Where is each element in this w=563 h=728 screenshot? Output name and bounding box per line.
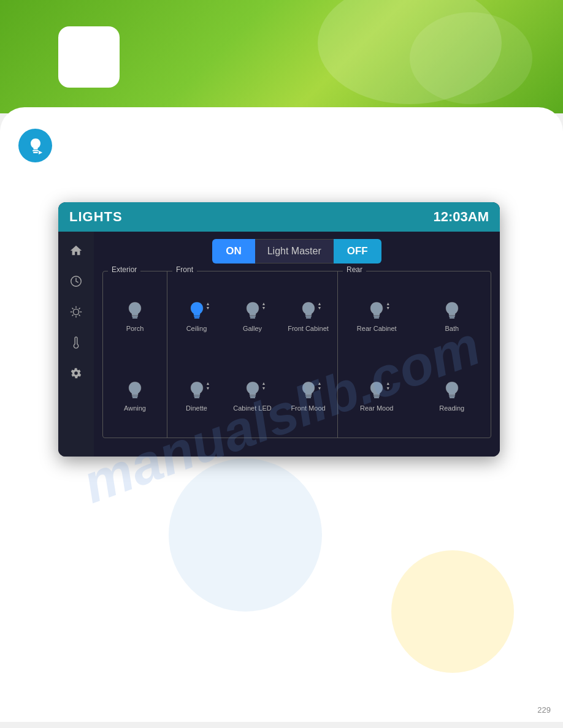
front-mood-label: Front Mood — [291, 404, 325, 412]
svg-line-18 — [79, 314, 80, 316]
svg-rect-21 — [132, 316, 138, 317]
rear-grid: ▲▼ Rear Cabinet — [338, 271, 491, 438]
exterior-zone: Exterior — [103, 271, 167, 438]
nav-settings[interactable] — [63, 360, 89, 386]
screen-time: 12:03AM — [434, 209, 489, 225]
svg-rect-22 — [132, 317, 137, 318]
svg-rect-43 — [449, 396, 455, 397]
front-grid: ▲▼ Ceiling — [167, 271, 337, 438]
content-area: ON Light Master OFF Exterior — [58, 232, 500, 457]
svg-rect-27 — [250, 316, 256, 317]
top-bar: LIGHTS 12:03AM — [58, 202, 500, 232]
rear-mood-label: Rear Mood — [360, 404, 393, 412]
dinette-label: Dinette — [186, 404, 207, 412]
svg-rect-9 — [33, 152, 38, 153]
svg-rect-28 — [250, 317, 255, 318]
zones-container: Exterior — [102, 271, 491, 438]
sidebar-lights-icon[interactable]: ▶ — [18, 129, 52, 162]
svg-rect-23 — [132, 396, 138, 397]
ceiling-label: Ceiling — [186, 325, 207, 333]
svg-rect-40 — [450, 317, 454, 318]
left-nav — [58, 232, 94, 457]
logo-container — [58, 26, 120, 88]
main-area: ▶ LIGHTS 12:03AM — [0, 107, 563, 722]
screen-title: LIGHTS — [69, 209, 123, 225]
svg-rect-30 — [305, 317, 310, 318]
galley-button[interactable]: ▲▼ Galley — [226, 278, 279, 355]
page-number: 229 — [537, 705, 551, 715]
svg-text:▶: ▶ — [39, 150, 43, 155]
svg-line-19 — [72, 314, 73, 316]
svg-rect-41 — [373, 396, 380, 397]
svg-rect-24 — [132, 397, 137, 398]
bath-label: Bath — [445, 325, 459, 333]
svg-line-17 — [72, 308, 73, 309]
svg-rect-29 — [305, 316, 312, 317]
nav-home[interactable] — [63, 238, 89, 264]
porch-button[interactable]: Porch — [105, 278, 164, 355]
device-screen: LIGHTS 12:03AM — [58, 202, 500, 457]
front-label: Front — [172, 265, 197, 274]
awning-button[interactable]: Awning — [105, 358, 164, 436]
header-banner — [0, 0, 563, 113]
exterior-label: Exterior — [108, 265, 140, 274]
nav-lights[interactable] — [63, 299, 89, 325]
front-cabinet-button[interactable]: ▲▼ Front Cabinet — [282, 278, 335, 355]
master-label: Light Master — [255, 239, 334, 264]
master-row: ON Light Master OFF — [102, 239, 491, 264]
ceiling-button[interactable]: ▲▼ Ceiling — [170, 278, 223, 355]
svg-rect-31 — [194, 396, 200, 397]
cabinet-led-bulb-icon: ▲▼ — [242, 380, 264, 402]
blob-yellow — [391, 550, 514, 673]
front-mood-button[interactable]: ▲▼ Front Mood — [282, 358, 335, 436]
bath-button[interactable]: Bath — [416, 278, 489, 355]
exterior-grid: Porch — [103, 271, 167, 438]
lightbulb-icon: ▶ — [26, 137, 45, 155]
lights-panel: ON Light Master OFF Exterior — [94, 232, 500, 457]
svg-rect-33 — [250, 396, 256, 397]
dinette-bulb-icon: ▲▼ — [186, 380, 208, 402]
svg-rect-37 — [373, 316, 380, 317]
dinette-button[interactable]: ▲▼ Dinette — [170, 358, 223, 436]
reading-button[interactable]: Reading — [416, 358, 489, 436]
svg-rect-36 — [305, 397, 310, 398]
ceiling-bulb-icon: ▲▼ — [186, 300, 208, 322]
svg-rect-44 — [450, 397, 454, 398]
svg-rect-26 — [194, 317, 199, 318]
nav-electric[interactable] — [63, 268, 89, 294]
logo-icon — [67, 36, 110, 78]
rear-cabinet-button[interactable]: ▲▼ Rear Cabinet — [340, 278, 413, 355]
rear-cabinet-bulb-icon: ▲▼ — [366, 300, 388, 322]
galley-bulb-icon: ▲▼ — [242, 300, 264, 322]
svg-rect-25 — [194, 316, 200, 317]
bath-bulb-icon — [441, 300, 463, 322]
blob-blue — [169, 458, 322, 612]
front-mood-bulb-icon: ▲▼ — [297, 380, 320, 402]
rear-zone: Rear — [338, 271, 491, 438]
awning-label: Awning — [124, 404, 146, 412]
svg-rect-34 — [250, 397, 255, 398]
master-on-button[interactable]: ON — [212, 239, 255, 264]
reading-label: Reading — [439, 404, 464, 412]
svg-rect-38 — [374, 317, 379, 318]
svg-rect-32 — [194, 397, 199, 398]
rear-mood-bulb-icon: ▲▼ — [366, 380, 388, 402]
reading-bulb-icon — [441, 380, 463, 402]
svg-point-12 — [73, 309, 79, 314]
porch-bulb-icon — [124, 300, 146, 322]
awning-bulb-icon — [124, 380, 146, 402]
front-cabinet-label: Front Cabinet — [288, 325, 329, 333]
svg-rect-35 — [305, 396, 312, 397]
svg-line-20 — [79, 308, 80, 309]
rear-mood-button[interactable]: ▲▼ Rear Mood — [340, 358, 413, 436]
svg-rect-42 — [374, 397, 379, 398]
galley-label: Galley — [243, 325, 262, 333]
svg-rect-39 — [449, 316, 455, 317]
porch-label: Porch — [126, 325, 144, 333]
cabinet-led-button[interactable]: ▲▼ Cabinet LED — [226, 358, 279, 436]
nav-temperature[interactable] — [63, 330, 89, 355]
front-zone: Front — [167, 271, 338, 438]
rear-cabinet-label: Rear Cabinet — [357, 325, 397, 333]
rear-label: Rear — [343, 265, 366, 274]
master-off-button[interactable]: OFF — [334, 239, 381, 264]
